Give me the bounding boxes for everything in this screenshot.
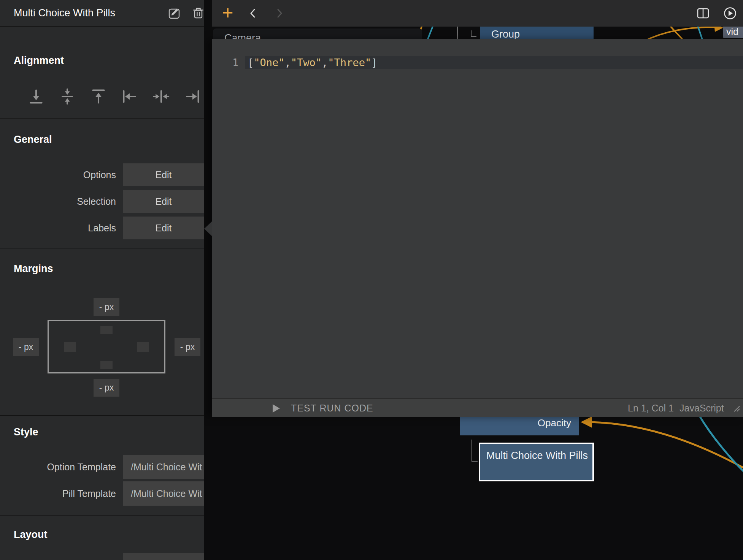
node-multi-choice-with-pills-selected[interactable]: Multi Choice With Pills <box>479 443 594 481</box>
selection-label: Selection <box>13 190 116 213</box>
margin-handle-right <box>137 342 149 352</box>
align-vertical-center-icon[interactable] <box>59 88 76 105</box>
labels-label: Labels <box>13 217 116 239</box>
canvas-toolbar: + <box>212 0 743 27</box>
code-line-input[interactable]: ["One","Two","Three"] <box>248 56 377 69</box>
run-preview-icon[interactable] <box>723 6 737 21</box>
margin-handle-bottom <box>100 361 113 369</box>
code-token: [ <box>248 57 254 68</box>
margin-handle-top <box>100 326 113 334</box>
margin-bottom-input[interactable]: - px <box>94 379 119 397</box>
margins-diagram <box>48 320 165 373</box>
code-token: , <box>322 57 328 68</box>
run-code-play-icon[interactable] <box>273 404 280 413</box>
test-run-code-button[interactable]: TEST RUN CODE <box>291 399 373 417</box>
align-bottom-icon[interactable] <box>28 88 44 105</box>
margin-top-input[interactable]: - px <box>94 298 119 316</box>
margin-handle-left <box>64 342 76 352</box>
node-opacity-label: Opacity <box>538 417 571 429</box>
node-video-label: vid <box>726 26 738 37</box>
options-edit-button[interactable]: Edit <box>123 163 204 186</box>
section-divider <box>0 515 204 516</box>
code-token: , <box>285 57 291 68</box>
general-heading: General <box>14 134 52 146</box>
code-token: "Two" <box>291 57 322 68</box>
code-token: "One" <box>254 57 284 68</box>
node-edge-line <box>457 27 458 39</box>
wire-teal-bottom <box>699 415 743 475</box>
back-icon[interactable] <box>248 8 258 19</box>
layout-heading: Layout <box>14 529 48 541</box>
node-group-label: Group <box>491 28 520 40</box>
line-number: 1 <box>223 56 238 69</box>
inspector-title: Multi Choice With Pills <box>14 0 115 26</box>
split-view-icon[interactable] <box>696 6 710 21</box>
margin-right-input[interactable]: - px <box>175 338 200 356</box>
delete-icon[interactable] <box>191 6 204 20</box>
inspector-panel: Multi Choice With Pills Alignment Genera… <box>0 0 204 560</box>
labels-edit-button[interactable]: Edit <box>123 217 204 239</box>
node-video[interactable]: vid <box>723 26 743 38</box>
add-node-button[interactable]: + <box>219 0 236 27</box>
popover-pointer <box>204 221 212 236</box>
option-template-button[interactable]: /Multi Choice Wit <box>123 455 204 479</box>
margins-heading: Margins <box>14 263 53 275</box>
align-top-icon[interactable] <box>90 88 107 105</box>
code-editor-popover: 1 ["One","Two","Three"] TEST RUN CODE Ln… <box>212 39 743 417</box>
resize-grip-icon[interactable] <box>732 404 741 413</box>
selection-edit-button[interactable]: Edit <box>123 190 204 213</box>
section-divider <box>0 415 204 416</box>
align-right-icon[interactable] <box>184 88 201 105</box>
cursor-position: Ln 1, Col 1 <box>628 399 674 417</box>
layout-partial-button[interactable] <box>123 553 204 560</box>
port-bracket-mcwp <box>472 440 478 462</box>
code-token: ] <box>371 57 377 68</box>
pill-template-label: Pill Template <box>13 481 116 506</box>
code-token: "Three" <box>328 57 371 68</box>
inspector-header: Multi Choice With Pills <box>0 0 204 27</box>
app-window: { "inspector": { "title": "Multi Choice … <box>0 0 743 560</box>
rename-icon[interactable] <box>167 6 181 20</box>
language-label: JavaScript <box>679 399 724 417</box>
editor-status-bar: TEST RUN CODE Ln 1, Col 1 JavaScript <box>212 398 743 417</box>
wire-arrowhead-opacity <box>581 416 592 428</box>
options-label: Options <box>13 163 116 186</box>
forward-icon[interactable] <box>274 8 285 19</box>
style-heading: Style <box>14 426 38 438</box>
option-template-label: Option Template <box>13 455 116 479</box>
align-left-icon[interactable] <box>121 88 138 105</box>
margin-left-input[interactable]: - px <box>13 338 39 356</box>
port-bracket-group <box>471 30 476 37</box>
alignment-heading: Alignment <box>14 55 64 66</box>
section-divider <box>0 248 204 248</box>
align-horizontal-center-icon[interactable] <box>153 88 170 105</box>
pill-template-button[interactable]: /Multi Choice Wit <box>123 481 204 506</box>
node-mcwp-label: Multi Choice With Pills <box>486 450 588 461</box>
section-divider <box>0 118 204 119</box>
